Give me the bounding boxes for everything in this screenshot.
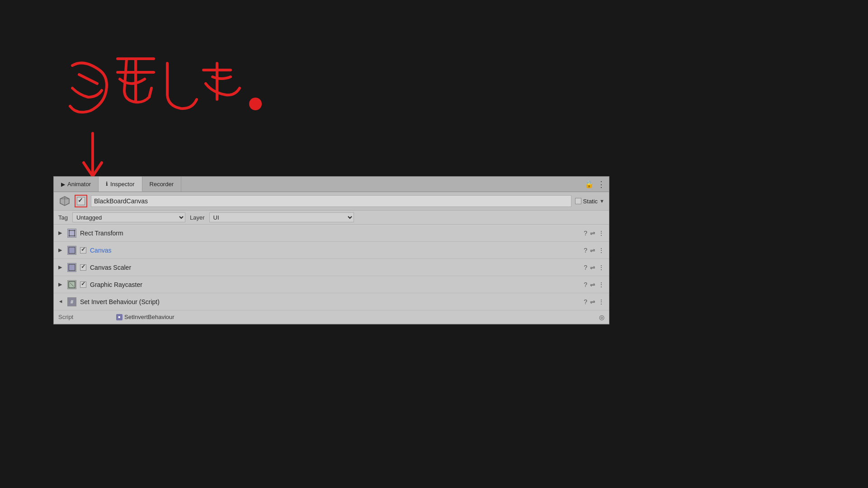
set-invert-name: Set Invert Behaviour (Script) bbox=[80, 298, 580, 305]
tag-select[interactable]: Untagged bbox=[72, 212, 185, 222]
lock-icon[interactable]: 🔒 bbox=[585, 180, 594, 188]
graphic-raycaster-name: Graphic Raycaster bbox=[90, 281, 580, 288]
object-active-checkbox[interactable] bbox=[77, 197, 85, 205]
script-target-button[interactable]: ◎ bbox=[599, 314, 604, 321]
static-area: Static ▼ bbox=[575, 198, 604, 205]
canvas-expand[interactable]: ▶ bbox=[58, 247, 64, 253]
canvas-scaler-name: Canvas Scaler bbox=[90, 264, 580, 271]
svg-point-5 bbox=[69, 230, 70, 231]
graphic-raycaster-actions: ? ⇌ ⋮ bbox=[584, 281, 604, 288]
tag-label: Tag bbox=[58, 214, 68, 221]
component-set-invert-behaviour: ▼ # Set Invert Behaviour (Script) ? ⇌ ⋮ bbox=[54, 293, 609, 310]
graphic-raycaster-help[interactable]: ? bbox=[584, 281, 587, 288]
canvas-scaler-actions: ? ⇌ ⋮ bbox=[584, 264, 604, 271]
rect-transform-expand[interactable]: ▶ bbox=[58, 230, 64, 236]
tab-inspector[interactable]: ℹ Inspector bbox=[99, 177, 142, 192]
canvas-scaler-help[interactable]: ? bbox=[584, 264, 587, 271]
canvas-settings[interactable]: ⇌ bbox=[590, 247, 595, 254]
object-header: Static ▼ bbox=[54, 192, 609, 211]
graphic-raycaster-enabled-checkbox[interactable] bbox=[80, 282, 86, 288]
tab-recorder[interactable]: Recorder bbox=[142, 177, 181, 192]
canvas-icon bbox=[67, 246, 76, 255]
canvas-name: Canvas bbox=[90, 247, 580, 254]
svg-point-7 bbox=[69, 235, 70, 236]
canvas-more[interactable]: ⋮ bbox=[598, 247, 604, 254]
object-3d-icon bbox=[58, 195, 71, 207]
canvas-actions: ? ⇌ ⋮ bbox=[584, 247, 604, 254]
set-invert-expand[interactable]: ▼ bbox=[58, 299, 64, 305]
tab-animator-label: Animator bbox=[67, 181, 91, 188]
tag-layer-row: Tag Untagged Layer UI bbox=[54, 211, 609, 225]
object-name-input[interactable] bbox=[91, 195, 571, 207]
svg-rect-9 bbox=[69, 247, 75, 253]
set-invert-actions: ? ⇌ ⋮ bbox=[584, 298, 604, 305]
tab-bar-actions: 🔒 ⋮ bbox=[585, 179, 609, 189]
graphic-raycaster-icon bbox=[67, 280, 76, 289]
set-invert-help[interactable]: ? bbox=[584, 298, 587, 305]
object-active-checkbox-wrapper bbox=[75, 195, 87, 207]
script-value-text: SetInvertBehaviour bbox=[124, 314, 175, 320]
set-invert-settings[interactable]: ⇌ bbox=[590, 298, 595, 305]
component-canvas-scaler: ▶ Canvas Scaler ? ⇌ ⋮ bbox=[54, 259, 609, 276]
canvas-scaler-expand[interactable]: ▶ bbox=[58, 264, 64, 270]
svg-rect-10 bbox=[69, 264, 75, 271]
animator-icon: ▶ bbox=[61, 181, 65, 188]
tab-animator[interactable]: ▶ Animator bbox=[54, 177, 99, 192]
rect-transform-name: Rect Transform bbox=[80, 230, 580, 237]
static-checkbox[interactable] bbox=[575, 198, 581, 204]
set-invert-icon: # bbox=[67, 297, 76, 306]
canvas-scaler-settings[interactable]: ⇌ bbox=[590, 264, 595, 271]
static-label: Static bbox=[583, 198, 598, 205]
canvas-scaler-enabled-checkbox[interactable] bbox=[80, 264, 86, 271]
rect-transform-more[interactable]: ⋮ bbox=[598, 230, 604, 237]
svg-point-6 bbox=[74, 230, 75, 231]
rect-transform-actions: ? ⇌ ⋮ bbox=[584, 230, 604, 237]
more-options-icon[interactable]: ⋮ bbox=[597, 179, 605, 189]
canvas-enabled-checkbox[interactable] bbox=[80, 247, 86, 253]
rect-transform-settings[interactable]: ⇌ bbox=[590, 230, 595, 237]
inspector-icon: ℹ bbox=[106, 181, 108, 187]
script-field-label: Script bbox=[58, 314, 113, 320]
canvas-scaler-icon bbox=[67, 263, 76, 272]
rect-transform-icon bbox=[67, 229, 76, 238]
layer-label: Layer bbox=[190, 214, 205, 221]
component-graphic-raycaster: ▶ Graphic Raycaster ? ⇌ ⋮ bbox=[54, 276, 609, 293]
set-invert-more[interactable]: ⋮ bbox=[598, 298, 604, 305]
inspector-panel: ▶ Animator ℹ Inspector Recorder 🔒 ⋮ bbox=[53, 176, 609, 324]
canvas-scaler-more[interactable]: ⋮ bbox=[598, 264, 604, 271]
svg-rect-4 bbox=[69, 230, 75, 236]
tab-bar: ▶ Animator ℹ Inspector Recorder 🔒 ⋮ bbox=[54, 177, 609, 192]
script-field-value: ■ SetInvertBehaviour bbox=[116, 314, 595, 320]
component-canvas: ▶ Canvas ? ⇌ ⋮ bbox=[54, 242, 609, 259]
graphic-raycaster-settings[interactable]: ⇌ bbox=[590, 281, 595, 288]
static-dropdown-button[interactable]: ▼ bbox=[599, 198, 604, 204]
canvas-help[interactable]: ? bbox=[584, 247, 587, 254]
component-rect-transform: ▶ Rect Transform ? ⇌ ⋮ bbox=[54, 225, 609, 242]
script-field-row: Script ■ SetInvertBehaviour ◎ bbox=[54, 310, 609, 324]
script-value-icon: ■ bbox=[116, 314, 123, 320]
rect-transform-help[interactable]: ? bbox=[584, 230, 587, 237]
graphic-raycaster-more[interactable]: ⋮ bbox=[598, 281, 604, 288]
layer-select[interactable]: UI bbox=[209, 212, 354, 222]
svg-point-8 bbox=[74, 235, 75, 236]
graphic-raycaster-expand[interactable]: ▶ bbox=[58, 282, 64, 287]
tab-inspector-label: Inspector bbox=[110, 181, 134, 188]
tab-recorder-label: Recorder bbox=[150, 181, 174, 188]
